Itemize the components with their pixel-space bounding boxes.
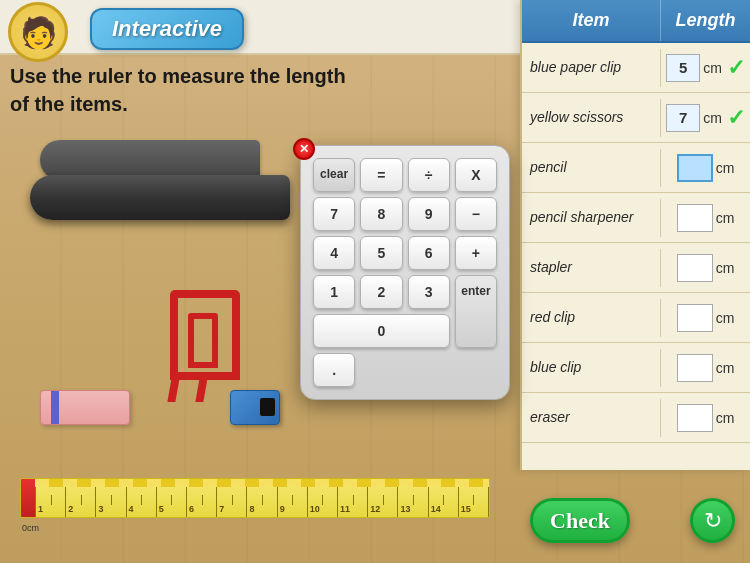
red-clip-outer	[170, 290, 240, 380]
numpad-btn-6[interactable]: 6	[408, 236, 450, 270]
ruler-label-3: 3	[96, 504, 103, 514]
item-name-pencil-sharpener: pencil sharpener	[522, 203, 660, 231]
table-body: blue paper clip5cm✓yellow scissors7cm✓pe…	[522, 43, 750, 443]
ruler-mark-1: 1	[35, 487, 65, 517]
length-cell-blue-paper-clip[interactable]: 5cm✓	[660, 49, 750, 87]
ruler-mark-11: 11	[337, 487, 367, 517]
ruler-label-7: 7	[217, 504, 224, 514]
length-cell-yellow-scissors[interactable]: 7cm✓	[660, 99, 750, 137]
numpad-btn-9[interactable]: 9	[408, 197, 450, 231]
instructions: Use the ruler to measure the length of t…	[10, 62, 510, 118]
ruler-markings: 123456789101112131415	[35, 487, 489, 517]
ruler-label-13: 13	[398, 504, 410, 514]
numpad-btn-1[interactable]: 1	[313, 275, 355, 309]
unit-red-clip: cm	[716, 310, 735, 326]
length-cell-stapler[interactable]: cm	[660, 249, 750, 287]
check-button[interactable]: Check	[530, 498, 630, 543]
item-name-stapler: stapler	[522, 253, 660, 281]
unit-blue-clip: cm	[716, 360, 735, 376]
length-cell-red-clip[interactable]: cm	[660, 299, 750, 337]
ruler-red-start	[21, 479, 35, 517]
unit-yellow-scissors: cm	[703, 110, 722, 126]
table-row-yellow-scissors: yellow scissors7cm✓	[522, 93, 750, 143]
unit-stapler: cm	[716, 260, 735, 276]
eraser-image	[40, 390, 130, 425]
answer-box-pencil[interactable]	[677, 154, 713, 182]
stapler-top	[40, 140, 260, 180]
instructions-line1: Use the ruler to measure the length	[10, 62, 510, 90]
numpad-btn-0[interactable]: 0	[313, 314, 450, 348]
ruler-mark-5: 5	[156, 487, 186, 517]
numpad-btn-divide[interactable]: ÷	[408, 158, 450, 192]
eraser-stripe	[51, 391, 59, 424]
numpad-btn-enter[interactable]: enter	[455, 275, 497, 348]
numpad-btn-3[interactable]: 3	[408, 275, 450, 309]
refresh-icon: ↻	[704, 508, 722, 534]
numpad-btn-multiply[interactable]: X	[455, 158, 497, 192]
ruler-mark-2: 2	[65, 487, 95, 517]
ruler-label-6: 6	[187, 504, 194, 514]
numpad-btn-4[interactable]: 4	[313, 236, 355, 270]
ruler-label-8: 8	[247, 504, 254, 514]
item-name-pencil: pencil	[522, 153, 660, 181]
length-cell-pencil-sharpener[interactable]: cm	[660, 199, 750, 237]
numpad-btn-7[interactable]: 7	[313, 197, 355, 231]
ruler-mark-7: 7	[216, 487, 246, 517]
item-name-red-clip: red clip	[522, 303, 660, 331]
measurement-table: Item Length blue paper clip5cm✓yellow sc…	[520, 0, 750, 470]
numpad-btn-2[interactable]: 2	[360, 275, 402, 309]
numpad-btn-8[interactable]: 8	[360, 197, 402, 231]
length-cell-eraser[interactable]: cm	[660, 399, 750, 437]
item-name-eraser: eraser	[522, 403, 660, 431]
unit-eraser: cm	[716, 410, 735, 426]
refresh-button[interactable]: ↻	[690, 498, 735, 543]
answer-box-eraser[interactable]	[677, 404, 713, 432]
unit-blue-paper-clip: cm	[703, 60, 722, 76]
ruler-mark-13: 13	[397, 487, 427, 517]
instructions-line2: of the items.	[10, 90, 510, 118]
sharpener-body	[230, 390, 280, 425]
ruler-label-14: 14	[429, 504, 441, 514]
header-length: Length	[660, 0, 750, 41]
table-row-eraser: erasercm	[522, 393, 750, 443]
check-label: Check	[550, 508, 610, 534]
numpad-btn-add[interactable]: +	[455, 236, 497, 270]
answer-box-pencil-sharpener[interactable]	[677, 204, 713, 232]
table-row-red-clip: red clipcm	[522, 293, 750, 343]
interactive-banner: Interactive	[90, 8, 244, 50]
numpad-grid: clear=÷X789−456+123enter0.	[313, 158, 497, 387]
ruler-label-1: 1	[36, 504, 43, 514]
table-row-stapler: staplercm	[522, 243, 750, 293]
table-header: Item Length	[522, 0, 750, 43]
close-button[interactable]: ✕	[293, 138, 315, 160]
numpad-btn-5[interactable]: 5	[360, 236, 402, 270]
table-row-blue-paper-clip: blue paper clip5cm✓	[522, 43, 750, 93]
stapler-body	[30, 175, 290, 220]
character-avatar: 🧑	[8, 2, 68, 62]
ruler-mark-14: 14	[428, 487, 458, 517]
table-row-pencil-sharpener: pencil sharpenercm	[522, 193, 750, 243]
answer-box-blue-paper-clip[interactable]: 5	[666, 54, 700, 82]
answer-box-yellow-scissors[interactable]: 7	[666, 104, 700, 132]
header-item: Item	[522, 0, 660, 41]
sharpener-hole	[260, 398, 275, 416]
unit-pencil: cm	[716, 160, 735, 176]
numpad[interactable]: ✕ clear=÷X789−456+123enter0.	[300, 145, 510, 400]
unit-pencil-sharpener: cm	[716, 210, 735, 226]
item-name-yellow-scissors: yellow scissors	[522, 103, 660, 131]
answer-box-blue-clip[interactable]	[677, 354, 713, 382]
ruler-mark-10: 10	[307, 487, 337, 517]
ruler-start-label: 0cm	[22, 523, 39, 533]
numpad-btn-subtract[interactable]: −	[455, 197, 497, 231]
numpad-btn-dot[interactable]: .	[313, 353, 355, 387]
numpad-btn-equals[interactable]: =	[360, 158, 402, 192]
numpad-btn-clear[interactable]: clear	[313, 158, 355, 192]
checkmark-blue-paper-clip: ✓	[727, 55, 745, 81]
length-cell-pencil[interactable]: cm	[660, 149, 750, 187]
ruler-label-9: 9	[278, 504, 285, 514]
length-cell-blue-clip[interactable]: cm	[660, 349, 750, 387]
answer-box-stapler[interactable]	[677, 254, 713, 282]
answer-box-red-clip[interactable]	[677, 304, 713, 332]
item-name-blue-clip: blue clip	[522, 353, 660, 381]
ruler-top-band	[21, 479, 489, 487]
